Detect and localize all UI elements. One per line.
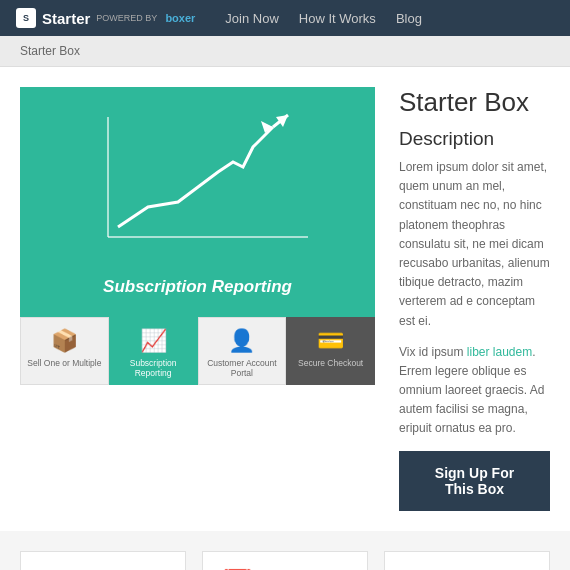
svg-marker-2 bbox=[261, 121, 273, 133]
thumb-label-checkout: Secure Checkout bbox=[298, 358, 363, 368]
feature-card-star: ★ These are just a few of the great feat… bbox=[20, 551, 186, 570]
thumb-checkout[interactable]: 💳 Secure Checkout bbox=[286, 317, 375, 385]
description-heading: Description bbox=[399, 128, 550, 150]
user-icon: 👤 bbox=[228, 328, 255, 354]
chart-icon: 📈 bbox=[140, 328, 167, 354]
left-panel: Subscription Reporting 📦 Sell One or Mul… bbox=[20, 87, 375, 511]
thumb-account[interactable]: 👤 Customer Account Portal bbox=[198, 317, 287, 385]
svg-marker-4 bbox=[276, 115, 288, 127]
thumb-label-sell: Sell One or Multiple bbox=[27, 358, 101, 368]
nav-join-now[interactable]: Join Now bbox=[225, 11, 278, 26]
signup-button[interactable]: Sign Up For This Box bbox=[399, 451, 550, 511]
card-icon: 💳 bbox=[317, 328, 344, 354]
feature-card-calendar: 📅 Our next shipment is on the first of e… bbox=[202, 551, 368, 570]
logo-text: Starter bbox=[42, 10, 90, 27]
site-header: S Starter POWERED BY boxer Join Now How … bbox=[0, 0, 570, 36]
right-panel: Starter Box Description Lorem ipsum dolo… bbox=[399, 87, 550, 511]
powered-by-text: POWERED BY bbox=[96, 13, 157, 23]
box-icon: 📦 bbox=[51, 328, 78, 354]
description-p2: Vix id ipsum liber laudem. Errem legere … bbox=[399, 343, 550, 439]
thumb-label-reporting: Subscription Reporting bbox=[116, 358, 191, 378]
thumb-sell[interactable]: 📦 Sell One or Multiple bbox=[20, 317, 109, 385]
thumb-label-account: Customer Account Portal bbox=[205, 358, 280, 378]
logo-icon: S bbox=[16, 8, 36, 28]
boxer-brand: boxer bbox=[165, 12, 195, 24]
nav-how-it-works[interactable]: How It Works bbox=[299, 11, 376, 26]
hero-title: Subscription Reporting bbox=[20, 277, 375, 297]
liber-laudem-link[interactable]: liber laudem bbox=[467, 345, 532, 359]
feature-card-dollar: $ bbox=[384, 551, 550, 570]
page-title: Starter Box bbox=[399, 87, 550, 118]
main-content: Subscription Reporting 📦 Sell One or Mul… bbox=[0, 67, 570, 531]
features-section: ★ These are just a few of the great feat… bbox=[0, 531, 570, 570]
description-p1: Lorem ipsum dolor sit amet, quem unum an… bbox=[399, 158, 550, 331]
thumb-reporting[interactable]: 📈 Subscription Reporting bbox=[109, 317, 198, 385]
hero-image: Subscription Reporting bbox=[20, 87, 375, 317]
thumbnails: 📦 Sell One or Multiple 📈 Subscription Re… bbox=[20, 317, 375, 385]
nav-blog[interactable]: Blog bbox=[396, 11, 422, 26]
main-nav: Join Now How It Works Blog bbox=[225, 11, 422, 26]
breadcrumb: Starter Box bbox=[0, 36, 570, 67]
logo-area: S Starter POWERED BY boxer bbox=[16, 8, 195, 28]
chart-graphic bbox=[78, 107, 318, 267]
